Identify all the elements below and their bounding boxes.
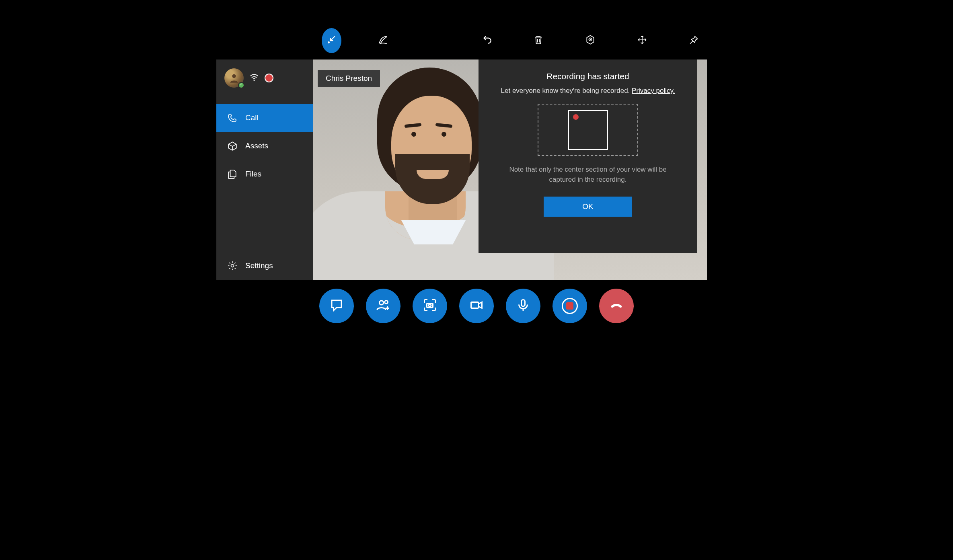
chat-icon (329, 298, 344, 314)
sidebar-item-call[interactable]: Call (216, 104, 313, 132)
app-window: Call Assets Files Settings (189, 0, 764, 334)
svg-point-4 (254, 80, 255, 81)
svg-point-5 (231, 265, 234, 267)
delete-icon (533, 35, 544, 47)
svg-point-9 (429, 304, 431, 307)
move-icon (637, 35, 647, 47)
top-toolbar (310, 28, 704, 53)
recording-indicator-icon (265, 74, 273, 82)
location-icon (585, 35, 596, 47)
video-icon (469, 298, 484, 314)
camera-capture-icon (423, 298, 437, 314)
dialog-subtitle: Let everyone know they're being recorded… (501, 87, 675, 95)
gear-icon (227, 261, 238, 271)
delete-button[interactable] (529, 28, 548, 53)
dialog-title: Recording has started (546, 72, 629, 81)
recording-dialog: Recording has started Let everyone know … (479, 59, 697, 253)
minimize-button[interactable] (322, 28, 341, 53)
ink-button[interactable] (374, 28, 393, 53)
participant-name-badge: Chris Preston (318, 70, 380, 87)
call-toolbar (189, 289, 764, 323)
undo-icon (482, 35, 492, 47)
record-button[interactable] (552, 289, 587, 323)
mic-button[interactable] (506, 289, 540, 323)
chat-button[interactable] (319, 289, 354, 323)
ink-icon (378, 35, 388, 47)
location-button[interactable] (581, 28, 600, 53)
dialog-subtitle-text: Let everyone know they're being recorded… (501, 87, 632, 94)
avatar[interactable] (224, 68, 244, 88)
files-icon (227, 169, 238, 179)
sidebar: Call Assets Files Settings (216, 59, 313, 280)
svg-point-0 (328, 41, 330, 43)
privacy-policy-link[interactable]: Privacy policy. (632, 87, 675, 94)
mic-icon (516, 298, 530, 314)
sidebar-item-files[interactable]: Files (216, 160, 313, 188)
presence-available-icon (238, 82, 244, 88)
sidebar-item-label: Assets (245, 142, 268, 150)
pin-icon (689, 35, 699, 47)
wifi-icon (249, 72, 259, 84)
pin-button[interactable] (684, 28, 704, 53)
dialog-note: Note that only the center section of you… (503, 165, 672, 185)
svg-rect-10 (471, 302, 479, 308)
stop-record-button[interactable] (425, 28, 445, 53)
phone-icon (227, 113, 238, 123)
record-dot-icon (573, 114, 579, 120)
svg-point-6 (379, 301, 383, 305)
record-icon (562, 298, 578, 314)
sidebar-item-label: Settings (245, 261, 273, 270)
capture-center-frame (568, 110, 608, 150)
capture-area-diagram (538, 104, 638, 156)
minimize-icon (326, 35, 337, 47)
sidebar-header (216, 59, 313, 104)
undo-button[interactable] (477, 28, 497, 53)
svg-point-3 (232, 74, 236, 78)
sidebar-item-label: Call (245, 113, 259, 122)
box-icon (227, 141, 238, 151)
sidebar-nav: Call Assets Files Settings (216, 104, 313, 280)
svg-rect-11 (522, 300, 525, 307)
ok-button[interactable]: OK (544, 197, 632, 217)
add-people-button[interactable] (366, 289, 401, 323)
hangup-icon (609, 298, 624, 314)
sidebar-item-assets[interactable]: Assets (216, 132, 313, 160)
move-button[interactable] (633, 28, 652, 53)
svg-point-2 (590, 39, 591, 40)
end-call-button[interactable] (599, 289, 634, 323)
sidebar-item-label: Files (245, 170, 261, 178)
capture-button[interactable] (413, 289, 447, 323)
sidebar-item-settings[interactable]: Settings (216, 252, 313, 280)
video-button[interactable] (459, 289, 494, 323)
people-add-icon (376, 298, 390, 314)
svg-point-7 (385, 301, 388, 304)
participant-name: Chris Preston (326, 74, 372, 82)
